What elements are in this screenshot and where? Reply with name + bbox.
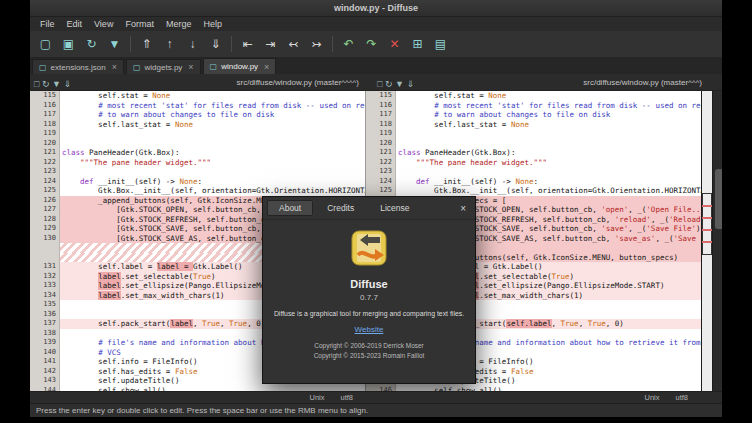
dialog-tab-about[interactable]: About bbox=[267, 200, 313, 216]
code-line[interactable]: 144 self.show_all() bbox=[30, 386, 365, 392]
code-text: """The pane header widget.""" bbox=[396, 158, 701, 168]
close-tab-icon[interactable]: × bbox=[262, 62, 269, 72]
code-line[interactable]: 116 # most recent 'stat' for files read … bbox=[30, 101, 365, 111]
code-line[interactable]: 117 # to warn about changes to file on d… bbox=[30, 110, 365, 120]
diff-view: 115 self.stat = None116 # most recent 's… bbox=[30, 91, 722, 391]
line-number: 121 bbox=[366, 148, 396, 158]
code-line[interactable]: 121class PaneHeader(Gtk.Box): bbox=[30, 148, 365, 158]
tab-label: extensions.json bbox=[51, 63, 106, 72]
diff-mark bbox=[702, 205, 712, 207]
open-file-button[interactable]: ▣ bbox=[58, 34, 79, 55]
menu-merge[interactable]: Merge bbox=[160, 19, 198, 29]
open-file-icon[interactable]: □ bbox=[377, 79, 385, 89]
code-line[interactable]: 119 bbox=[366, 129, 701, 139]
undo-button[interactable]: ↶ bbox=[338, 34, 359, 55]
reload-file-icon[interactable]: ↻ bbox=[385, 79, 395, 89]
last-difference-button[interactable]: ⇓ bbox=[205, 34, 226, 55]
right-pane-header: □ ↻ ▼ ⇓ src/diffuse/window.py (master^^^… bbox=[373, 74, 716, 90]
previous-difference-button[interactable]: ↑ bbox=[159, 34, 180, 55]
vertical-scrollbar[interactable] bbox=[712, 91, 722, 391]
dialog-close-icon[interactable]: × bbox=[455, 203, 471, 214]
line-number: 144 bbox=[30, 386, 60, 392]
code-line[interactable]: 122 """The pane header widget.""" bbox=[366, 158, 701, 168]
save-file-icon[interactable]: ▼ bbox=[395, 79, 406, 89]
copy-selection-right-button[interactable]: ⇥ bbox=[260, 34, 281, 55]
line-number: 140 bbox=[30, 348, 60, 358]
copy-button[interactable]: ⊞ bbox=[407, 34, 428, 55]
code-line[interactable]: 122 """The pane header widget.""" bbox=[30, 158, 365, 168]
menu-help[interactable]: Help bbox=[197, 19, 228, 29]
save-file-button[interactable]: ▼ bbox=[104, 34, 125, 55]
code-line[interactable]: 124 def __init__(self) -> None: bbox=[30, 177, 365, 187]
save-file-as-icon[interactable]: ⇓ bbox=[406, 79, 414, 89]
close-tab-icon[interactable]: × bbox=[186, 62, 193, 72]
website-link[interactable]: Website bbox=[355, 325, 384, 334]
code-line[interactable]: 117 # to warn about changes to file on d… bbox=[366, 110, 701, 120]
window-title: window.py - Diffuse bbox=[334, 3, 418, 13]
line-number: 119 bbox=[30, 129, 60, 139]
copyright-line-1: Copyright © 2006-2019 Derrick Moser bbox=[314, 341, 425, 351]
code-line[interactable]: 120 bbox=[366, 139, 701, 149]
code-text: self.stat = None bbox=[396, 91, 701, 101]
diffuse-logo-icon bbox=[349, 228, 389, 272]
code-line[interactable]: 116 # most recent 'stat' for files read … bbox=[366, 101, 701, 111]
line-ending-indicator: Unix bbox=[309, 393, 324, 402]
line-number: 131 bbox=[30, 262, 60, 272]
copy-selection-left-button[interactable]: ⇤ bbox=[237, 34, 258, 55]
clear-edits-button[interactable]: ✕ bbox=[384, 34, 405, 55]
right-pane-footer: Unix utf8 bbox=[365, 392, 700, 403]
code-line[interactable]: 115 self.stat = None bbox=[30, 91, 365, 101]
new-file-button[interactable]: ▢ bbox=[35, 34, 56, 55]
app-version: 0.7.7 bbox=[360, 293, 378, 302]
menu-format[interactable]: Format bbox=[119, 19, 160, 29]
code-line[interactable]: 123 bbox=[30, 167, 365, 177]
toolbar-separator bbox=[231, 36, 232, 52]
line-number bbox=[30, 243, 60, 253]
code-line[interactable]: 123 bbox=[366, 167, 701, 177]
code-line[interactable]: 125 Gtk.Box.__init__(self, orientation=G… bbox=[366, 186, 701, 196]
code-line[interactable]: 125 Gtk.Box.__init__(self, orientation=G… bbox=[30, 186, 365, 196]
dialog-tab-credits[interactable]: Credits bbox=[315, 200, 366, 216]
menu-edit[interactable]: Edit bbox=[61, 19, 89, 29]
code-line[interactable]: 118 self.last_stat = None bbox=[30, 120, 365, 130]
diff-mark bbox=[702, 241, 712, 243]
code-text: # to warn about changes to file on disk bbox=[60, 110, 365, 120]
code-text: def __init__(self) -> None: bbox=[60, 177, 365, 187]
code-line[interactable]: 146 self.show_all() bbox=[366, 386, 701, 392]
code-line[interactable]: 119 bbox=[30, 129, 365, 139]
menu-file[interactable]: File bbox=[34, 19, 61, 29]
redo-button[interactable]: ↷ bbox=[361, 34, 382, 55]
code-text: self.stat = None bbox=[60, 91, 365, 101]
code-line[interactable]: 120 bbox=[30, 139, 365, 149]
code-text bbox=[60, 129, 365, 139]
tab-window-py[interactable]: ▢window.py× bbox=[203, 58, 277, 74]
code-line[interactable]: 115 self.stat = None bbox=[366, 91, 701, 101]
line-number: 138 bbox=[30, 329, 60, 339]
merge-from-left-button[interactable]: ↢ bbox=[283, 34, 304, 55]
title-bar[interactable]: window.py - Diffuse bbox=[30, 0, 722, 17]
code-line[interactable]: 118 self.last_stat = None bbox=[366, 120, 701, 130]
line-number: 115 bbox=[366, 91, 396, 101]
tab-extensions-json[interactable]: ▢extensions.json× bbox=[32, 59, 124, 74]
reload-file-button[interactable]: ↻ bbox=[81, 34, 102, 55]
open-file-icon[interactable]: □ bbox=[34, 79, 42, 89]
merge-from-right-button[interactable]: ↣ bbox=[306, 34, 327, 55]
save-file-icon[interactable]: ▼ bbox=[52, 79, 63, 89]
scrollbar-handle[interactable] bbox=[715, 169, 722, 229]
line-number: 123 bbox=[30, 167, 60, 177]
close-tab-icon[interactable]: × bbox=[110, 62, 117, 72]
dialog-tab-license[interactable]: License bbox=[368, 200, 421, 216]
reload-file-icon[interactable]: ↻ bbox=[42, 79, 52, 89]
first-difference-button[interactable]: ⇑ bbox=[136, 34, 157, 55]
menu-view[interactable]: View bbox=[88, 19, 119, 29]
diff-overview-map[interactable] bbox=[701, 91, 712, 391]
next-difference-button[interactable]: ↓ bbox=[182, 34, 203, 55]
tab-widgets-py[interactable]: ▢widgets.py× bbox=[126, 59, 201, 74]
copyright-text: Copyright © 2006-2019 Derrick Moser Copy… bbox=[314, 341, 425, 362]
line-number: 117 bbox=[30, 110, 60, 120]
save-file-as-icon[interactable]: ⇓ bbox=[63, 79, 71, 89]
code-line[interactable]: 124 def __init__(self) -> None: bbox=[366, 177, 701, 187]
paste-button[interactable]: ▤ bbox=[430, 34, 451, 55]
code-text bbox=[60, 167, 365, 177]
code-line[interactable]: 121class PaneHeader(Gtk.Box): bbox=[366, 148, 701, 158]
